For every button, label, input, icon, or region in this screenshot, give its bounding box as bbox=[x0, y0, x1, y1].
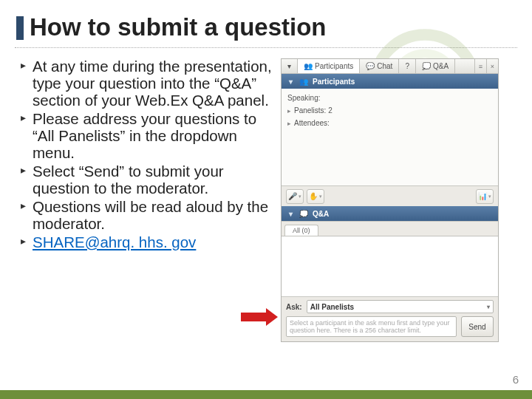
chevron-down-icon[interactable]: ▾ bbox=[286, 209, 295, 218]
close-icon[interactable]: × bbox=[486, 59, 498, 73]
participants-toolbar: 🎤▾ ✋▾ 📊▾ bbox=[282, 185, 498, 206]
bullet-5: SHARE@ahrq. hhs. gov bbox=[22, 234, 273, 251]
panelists-label: Panelists: 2 bbox=[294, 106, 332, 115]
mute-button[interactable]: 🎤▾ bbox=[286, 189, 304, 204]
bullet-3: Select “Send” to submit your question to… bbox=[22, 163, 273, 197]
tab-qa[interactable]: 💭Q&A bbox=[416, 59, 455, 73]
instruction-list: At any time during the presentation, typ… bbox=[22, 58, 281, 342]
feedback-button[interactable]: 📊▾ bbox=[476, 189, 494, 204]
panelists-row[interactable]: Panelists: 2 bbox=[287, 104, 492, 117]
people-icon: 👥 bbox=[304, 62, 313, 70]
bullet-2: Please address your questions to “All Pa… bbox=[22, 111, 273, 162]
type-row: Select a participant in the ask menu fir… bbox=[282, 316, 498, 341]
tab-qa-label: Q&A bbox=[433, 62, 449, 70]
qa-icon: 💭 bbox=[299, 209, 308, 218]
bullet-1: At any time during the presentation, typ… bbox=[22, 58, 273, 109]
tab-help[interactable]: ? bbox=[399, 59, 416, 73]
participants-body: Speaking: Panelists: 2 Attendees: bbox=[282, 89, 498, 185]
tab-participants-label: Participants bbox=[315, 62, 353, 70]
page-number: 6 bbox=[513, 373, 519, 386]
send-button[interactable]: Send bbox=[461, 316, 494, 337]
tab-participants[interactable]: 👥Participants bbox=[298, 59, 360, 73]
collapse-icon[interactable]: ▾ bbox=[282, 59, 298, 73]
mic-icon: 🎤 bbox=[288, 192, 297, 200]
chevron-down-icon[interactable]: ▾ bbox=[286, 77, 295, 86]
hand-button[interactable]: ✋▾ bbox=[307, 189, 324, 204]
bullet-4: Questions will be read aloud by the mode… bbox=[22, 199, 273, 233]
panel-tabs: ▾ 👥Participants 💬Chat ? 💭Q&A ≡ × bbox=[282, 59, 498, 74]
qa-subtabs: All (0) bbox=[282, 221, 498, 236]
menu-icon[interactable]: ≡ bbox=[474, 59, 486, 73]
attendees-label: Attendees: bbox=[294, 119, 330, 127]
speaking-row: Speaking: bbox=[287, 92, 492, 104]
chevron-down-icon: ▾ bbox=[487, 304, 490, 310]
qa-header: ▾ 💭 Q&A bbox=[282, 206, 498, 221]
webex-panel: ▾ 👥Participants 💬Chat ? 💭Q&A ≡ × ▾ 👥 Par… bbox=[281, 58, 499, 342]
tab-chat[interactable]: 💬Chat bbox=[360, 59, 399, 73]
ask-row: Ask: All Panelists ▾ bbox=[282, 296, 498, 316]
question-input[interactable]: Select a participant in the ask menu fir… bbox=[286, 316, 457, 337]
participants-header-label: Participants bbox=[313, 78, 355, 86]
email-link[interactable]: SHARE@ahrq. hhs. gov bbox=[33, 233, 196, 250]
slide-title: How to submit a question bbox=[30, 13, 532, 41]
ask-label: Ask: bbox=[286, 303, 302, 311]
chat-icon: 💬 bbox=[366, 62, 375, 70]
people-icon: 👥 bbox=[299, 77, 308, 86]
title-accent bbox=[16, 16, 24, 40]
feedback-icon: 📊 bbox=[478, 192, 487, 200]
qa-tab-all[interactable]: All (0) bbox=[284, 225, 318, 236]
ask-value: All Panelists bbox=[310, 303, 354, 311]
ask-dropdown[interactable]: All Panelists ▾ bbox=[307, 300, 494, 313]
qa-header-label: Q&A bbox=[313, 210, 329, 218]
attendees-row[interactable]: Attendees: bbox=[287, 117, 492, 129]
participants-header: ▾ 👥 Participants bbox=[282, 74, 498, 89]
qa-icon: 💭 bbox=[422, 62, 431, 70]
red-arrow bbox=[241, 308, 278, 326]
hand-icon: ✋ bbox=[309, 192, 318, 200]
footer-bar bbox=[0, 390, 532, 399]
tab-chat-label: Chat bbox=[377, 62, 392, 70]
qa-message-area bbox=[282, 236, 498, 296]
